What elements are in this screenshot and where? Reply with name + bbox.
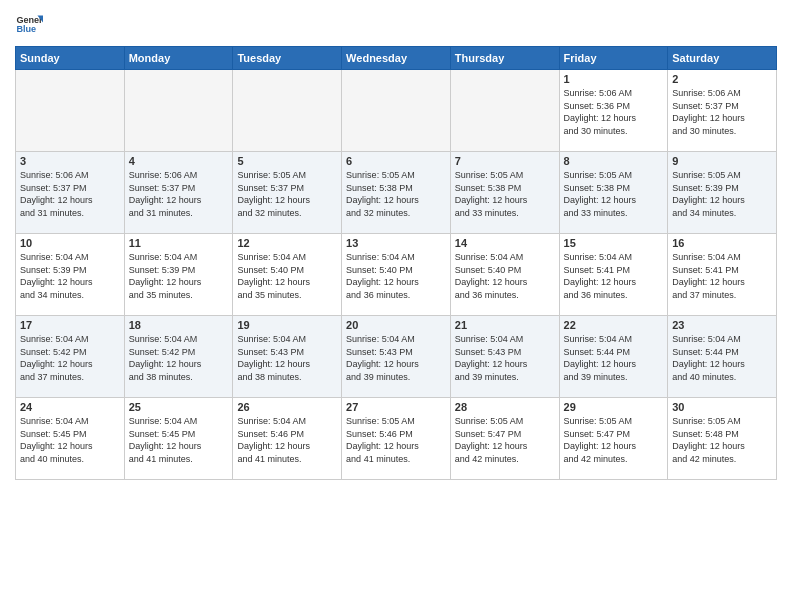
day-info: Sunrise: 5:05 AM Sunset: 5:48 PM Dayligh… bbox=[672, 415, 772, 465]
calendar: SundayMondayTuesdayWednesdayThursdayFrid… bbox=[15, 46, 777, 480]
calendar-cell: 2Sunrise: 5:06 AM Sunset: 5:37 PM Daylig… bbox=[668, 70, 777, 152]
day-number: 25 bbox=[129, 401, 229, 413]
page: General Blue SundayMondayTuesdayWednesda… bbox=[0, 0, 792, 612]
calendar-cell: 3Sunrise: 5:06 AM Sunset: 5:37 PM Daylig… bbox=[16, 152, 125, 234]
day-info: Sunrise: 5:04 AM Sunset: 5:40 PM Dayligh… bbox=[237, 251, 337, 301]
calendar-cell: 5Sunrise: 5:05 AM Sunset: 5:37 PM Daylig… bbox=[233, 152, 342, 234]
week-row-4: 17Sunrise: 5:04 AM Sunset: 5:42 PM Dayli… bbox=[16, 316, 777, 398]
weekday-header-wednesday: Wednesday bbox=[342, 47, 451, 70]
day-info: Sunrise: 5:06 AM Sunset: 5:37 PM Dayligh… bbox=[20, 169, 120, 219]
weekday-header-friday: Friday bbox=[559, 47, 668, 70]
calendar-cell bbox=[450, 70, 559, 152]
day-number: 28 bbox=[455, 401, 555, 413]
day-number: 24 bbox=[20, 401, 120, 413]
day-number: 14 bbox=[455, 237, 555, 249]
calendar-cell: 22Sunrise: 5:04 AM Sunset: 5:44 PM Dayli… bbox=[559, 316, 668, 398]
day-number: 6 bbox=[346, 155, 446, 167]
day-number: 9 bbox=[672, 155, 772, 167]
calendar-cell: 16Sunrise: 5:04 AM Sunset: 5:41 PM Dayli… bbox=[668, 234, 777, 316]
weekday-header-sunday: Sunday bbox=[16, 47, 125, 70]
calendar-cell: 23Sunrise: 5:04 AM Sunset: 5:44 PM Dayli… bbox=[668, 316, 777, 398]
calendar-cell bbox=[342, 70, 451, 152]
calendar-cell bbox=[16, 70, 125, 152]
day-number: 16 bbox=[672, 237, 772, 249]
day-info: Sunrise: 5:06 AM Sunset: 5:37 PM Dayligh… bbox=[129, 169, 229, 219]
calendar-cell: 18Sunrise: 5:04 AM Sunset: 5:42 PM Dayli… bbox=[124, 316, 233, 398]
day-info: Sunrise: 5:04 AM Sunset: 5:44 PM Dayligh… bbox=[672, 333, 772, 383]
calendar-cell: 6Sunrise: 5:05 AM Sunset: 5:38 PM Daylig… bbox=[342, 152, 451, 234]
day-number: 30 bbox=[672, 401, 772, 413]
day-info: Sunrise: 5:06 AM Sunset: 5:36 PM Dayligh… bbox=[564, 87, 664, 137]
day-info: Sunrise: 5:06 AM Sunset: 5:37 PM Dayligh… bbox=[672, 87, 772, 137]
week-row-1: 1Sunrise: 5:06 AM Sunset: 5:36 PM Daylig… bbox=[16, 70, 777, 152]
weekday-header-tuesday: Tuesday bbox=[233, 47, 342, 70]
calendar-cell: 13Sunrise: 5:04 AM Sunset: 5:40 PM Dayli… bbox=[342, 234, 451, 316]
weekday-header-monday: Monday bbox=[124, 47, 233, 70]
day-info: Sunrise: 5:04 AM Sunset: 5:40 PM Dayligh… bbox=[455, 251, 555, 301]
calendar-cell: 15Sunrise: 5:04 AM Sunset: 5:41 PM Dayli… bbox=[559, 234, 668, 316]
calendar-cell: 17Sunrise: 5:04 AM Sunset: 5:42 PM Dayli… bbox=[16, 316, 125, 398]
day-number: 7 bbox=[455, 155, 555, 167]
day-number: 29 bbox=[564, 401, 664, 413]
day-number: 23 bbox=[672, 319, 772, 331]
calendar-cell: 12Sunrise: 5:04 AM Sunset: 5:40 PM Dayli… bbox=[233, 234, 342, 316]
day-number: 17 bbox=[20, 319, 120, 331]
weekday-header-row: SundayMondayTuesdayWednesdayThursdayFrid… bbox=[16, 47, 777, 70]
calendar-cell: 19Sunrise: 5:04 AM Sunset: 5:43 PM Dayli… bbox=[233, 316, 342, 398]
calendar-cell: 28Sunrise: 5:05 AM Sunset: 5:47 PM Dayli… bbox=[450, 398, 559, 480]
header: General Blue bbox=[15, 10, 777, 38]
weekday-header-thursday: Thursday bbox=[450, 47, 559, 70]
calendar-cell bbox=[233, 70, 342, 152]
day-info: Sunrise: 5:04 AM Sunset: 5:41 PM Dayligh… bbox=[672, 251, 772, 301]
day-number: 3 bbox=[20, 155, 120, 167]
svg-text:Blue: Blue bbox=[16, 24, 36, 34]
calendar-cell: 27Sunrise: 5:05 AM Sunset: 5:46 PM Dayli… bbox=[342, 398, 451, 480]
calendar-cell: 30Sunrise: 5:05 AM Sunset: 5:48 PM Dayli… bbox=[668, 398, 777, 480]
day-number: 15 bbox=[564, 237, 664, 249]
day-info: Sunrise: 5:05 AM Sunset: 5:47 PM Dayligh… bbox=[564, 415, 664, 465]
calendar-cell bbox=[124, 70, 233, 152]
calendar-cell: 4Sunrise: 5:06 AM Sunset: 5:37 PM Daylig… bbox=[124, 152, 233, 234]
calendar-cell: 21Sunrise: 5:04 AM Sunset: 5:43 PM Dayli… bbox=[450, 316, 559, 398]
calendar-cell: 8Sunrise: 5:05 AM Sunset: 5:38 PM Daylig… bbox=[559, 152, 668, 234]
calendar-cell: 14Sunrise: 5:04 AM Sunset: 5:40 PM Dayli… bbox=[450, 234, 559, 316]
day-number: 27 bbox=[346, 401, 446, 413]
day-info: Sunrise: 5:04 AM Sunset: 5:43 PM Dayligh… bbox=[455, 333, 555, 383]
week-row-3: 10Sunrise: 5:04 AM Sunset: 5:39 PM Dayli… bbox=[16, 234, 777, 316]
day-info: Sunrise: 5:04 AM Sunset: 5:42 PM Dayligh… bbox=[20, 333, 120, 383]
day-number: 13 bbox=[346, 237, 446, 249]
calendar-cell: 20Sunrise: 5:04 AM Sunset: 5:43 PM Dayli… bbox=[342, 316, 451, 398]
day-info: Sunrise: 5:04 AM Sunset: 5:43 PM Dayligh… bbox=[237, 333, 337, 383]
day-info: Sunrise: 5:05 AM Sunset: 5:38 PM Dayligh… bbox=[564, 169, 664, 219]
calendar-cell: 9Sunrise: 5:05 AM Sunset: 5:39 PM Daylig… bbox=[668, 152, 777, 234]
calendar-cell: 7Sunrise: 5:05 AM Sunset: 5:38 PM Daylig… bbox=[450, 152, 559, 234]
day-info: Sunrise: 5:04 AM Sunset: 5:41 PM Dayligh… bbox=[564, 251, 664, 301]
weekday-header-saturday: Saturday bbox=[668, 47, 777, 70]
day-number: 1 bbox=[564, 73, 664, 85]
day-number: 11 bbox=[129, 237, 229, 249]
calendar-cell: 25Sunrise: 5:04 AM Sunset: 5:45 PM Dayli… bbox=[124, 398, 233, 480]
day-info: Sunrise: 5:04 AM Sunset: 5:40 PM Dayligh… bbox=[346, 251, 446, 301]
calendar-cell: 11Sunrise: 5:04 AM Sunset: 5:39 PM Dayli… bbox=[124, 234, 233, 316]
calendar-cell: 26Sunrise: 5:04 AM Sunset: 5:46 PM Dayli… bbox=[233, 398, 342, 480]
day-info: Sunrise: 5:05 AM Sunset: 5:38 PM Dayligh… bbox=[346, 169, 446, 219]
day-info: Sunrise: 5:05 AM Sunset: 5:47 PM Dayligh… bbox=[455, 415, 555, 465]
day-number: 4 bbox=[129, 155, 229, 167]
day-info: Sunrise: 5:05 AM Sunset: 5:46 PM Dayligh… bbox=[346, 415, 446, 465]
day-number: 2 bbox=[672, 73, 772, 85]
day-info: Sunrise: 5:04 AM Sunset: 5:39 PM Dayligh… bbox=[20, 251, 120, 301]
day-info: Sunrise: 5:04 AM Sunset: 5:43 PM Dayligh… bbox=[346, 333, 446, 383]
calendar-cell: 24Sunrise: 5:04 AM Sunset: 5:45 PM Dayli… bbox=[16, 398, 125, 480]
day-number: 10 bbox=[20, 237, 120, 249]
day-number: 21 bbox=[455, 319, 555, 331]
logo-icon: General Blue bbox=[15, 10, 43, 38]
day-number: 8 bbox=[564, 155, 664, 167]
logo: General Blue bbox=[15, 10, 43, 38]
day-number: 5 bbox=[237, 155, 337, 167]
calendar-cell: 10Sunrise: 5:04 AM Sunset: 5:39 PM Dayli… bbox=[16, 234, 125, 316]
day-number: 19 bbox=[237, 319, 337, 331]
day-number: 20 bbox=[346, 319, 446, 331]
day-number: 18 bbox=[129, 319, 229, 331]
day-info: Sunrise: 5:04 AM Sunset: 5:46 PM Dayligh… bbox=[237, 415, 337, 465]
day-info: Sunrise: 5:04 AM Sunset: 5:44 PM Dayligh… bbox=[564, 333, 664, 383]
